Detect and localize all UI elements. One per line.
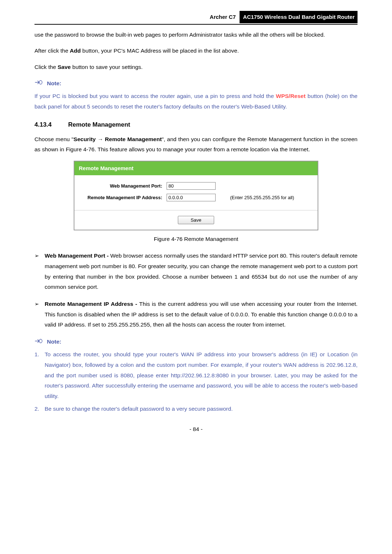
section-heading: 4.13.4 Remote Management — [34, 119, 358, 130]
text-span: Choose menu " — [34, 136, 74, 142]
note2-item-2: 2. Be sure to change the router's defaul… — [34, 404, 358, 414]
text-span: button to save your settings. — [71, 64, 143, 70]
para-use-password: use the password to browse the built-in … — [34, 30, 358, 40]
bullet-mark-icon: ➢ — [34, 251, 45, 292]
para-click-save: Click the Save button to save your setti… — [34, 62, 358, 73]
save-button[interactable]: Save — [178, 216, 214, 224]
pointer-icon — [34, 78, 42, 89]
web-port-input[interactable] — [167, 182, 216, 190]
bullet-text: Web Management Port - Web browser access… — [45, 251, 358, 292]
bullet-title: Remote Management IP Address - — [45, 301, 139, 307]
note2-item-1: 1. To access the router, you should type… — [34, 349, 358, 401]
remote-ip-label: Remote Management IP Address: — [79, 193, 162, 202]
remote-ip-input[interactable] — [167, 194, 216, 201]
header-rule — [34, 24, 358, 25]
web-port-label: Web Management Port: — [79, 182, 162, 190]
text-span: After click the — [34, 48, 70, 54]
arrow-glyph: → — [96, 136, 105, 142]
note-body-1: If your PC is blocked but you want to ac… — [34, 91, 358, 112]
bullet-mark-icon: ➢ — [34, 299, 45, 330]
save-bold: Save — [58, 64, 71, 70]
remote-ip-hint: (Enter 255.255.255.255 for all) — [230, 193, 294, 202]
bullet-text: Remote Management IP Address - This is t… — [45, 299, 358, 330]
text-span: Click the — [34, 64, 58, 70]
figure-titlebar: Remote Management — [74, 161, 318, 175]
figure-caption: Figure 4-76 Remote Management — [34, 234, 358, 245]
section-intro: Choose menu "Security → Remote Managemen… — [34, 134, 358, 155]
svg-point-1 — [39, 339, 42, 343]
web-port-cell — [167, 182, 313, 190]
figure-divider — [74, 210, 318, 210]
bullet-remote-ip: ➢ Remote Management IP Address - This is… — [34, 299, 358, 330]
header-title: AC1750 Wireless Dual Band Gigabit Router — [240, 11, 358, 23]
list-text: Be sure to change the router's default p… — [45, 404, 358, 414]
svg-point-0 — [39, 81, 42, 84]
para-after-add: After click the Add button, your PC's MA… — [34, 46, 358, 56]
header-model: Archer C7 — [210, 12, 236, 22]
list-number: 2. — [34, 404, 45, 414]
page-number: - 84 - — [34, 424, 358, 435]
text-span: If your PC is blocked but you want to ac… — [34, 93, 276, 99]
note-header-2: Note: — [34, 337, 358, 347]
note-header-1: Note: — [34, 78, 358, 89]
pointer-icon — [34, 337, 42, 348]
list-number: 1. — [34, 349, 45, 401]
section-title: Remote Management — [68, 121, 130, 128]
wps-reset-bold: WPS/Reset — [276, 93, 306, 99]
note-label-2: Note: — [47, 338, 61, 345]
bullet-title: Web Management Port - — [45, 253, 110, 259]
figure-remote-management: Remote Management Web Management Port: R… — [74, 161, 318, 230]
menu-security-bold: Security — [74, 136, 96, 142]
remote-ip-cell: (Enter 255.255.255.255 for all) — [167, 193, 313, 202]
bullet-web-port: ➢ Web Management Port - Web browser acce… — [34, 251, 358, 292]
menu-remote-bold: Remote Management — [105, 136, 162, 142]
page-header: Archer C7 AC1750 Wireless Dual Band Giga… — [34, 11, 358, 23]
list-text: To access the router, you should type yo… — [45, 349, 358, 401]
section-number: 4.13.4 — [34, 119, 66, 130]
text-span: button, your PC's MAC Address will be pl… — [81, 48, 238, 54]
add-bold: Add — [70, 48, 81, 54]
note-label-1: Note: — [47, 80, 61, 86]
